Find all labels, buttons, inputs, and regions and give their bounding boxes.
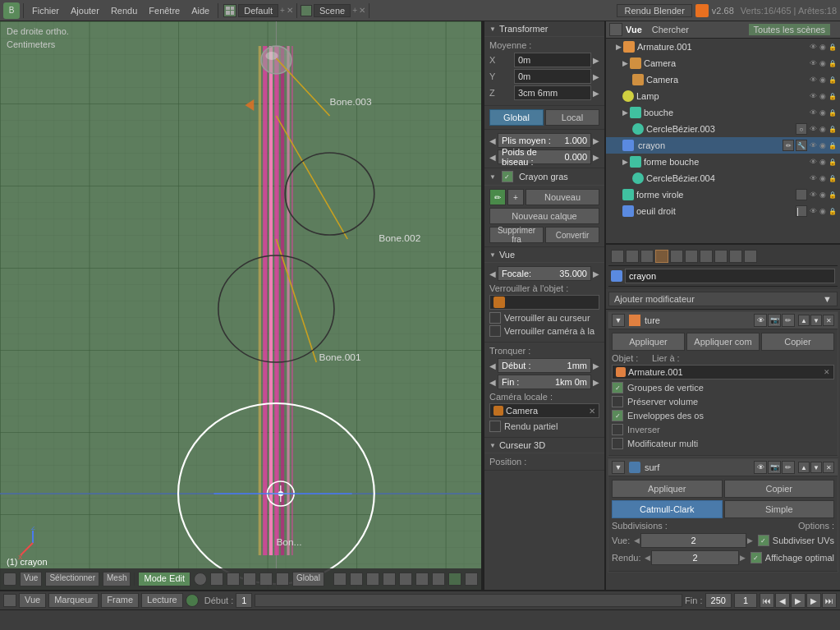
- forme-virole-eye[interactable]: 👁: [810, 191, 817, 199]
- bouche-lock[interactable]: 🔒: [829, 109, 837, 117]
- timeline-icon[interactable]: [3, 594, 16, 607]
- prev-frame-btn[interactable]: ◀: [775, 593, 790, 608]
- prop-icon-particles[interactable]: [729, 250, 742, 263]
- vp-icon-11[interactable]: [399, 573, 412, 586]
- outliner-item-lamp[interactable]: Lamp 👁 ◉ 🔒: [606, 88, 840, 104]
- camera-lock-icon[interactable]: 🔒: [829, 60, 837, 67]
- y-value[interactable]: 0m: [514, 69, 591, 84]
- curseur-triangle[interactable]: ▼: [489, 442, 496, 449]
- timeline-frame-btn[interactable]: Frame: [101, 593, 139, 608]
- verrouiller-curseur-checkbox[interactable]: [489, 312, 501, 324]
- vp-icon-5[interactable]: [259, 573, 273, 586]
- camera-child-render[interactable]: ◉: [819, 76, 826, 84]
- next-frame-btn[interactable]: ▶: [806, 593, 821, 608]
- outliner-item-forme-bouche[interactable]: ▶ forme bouche 👁 ◉ 🔒: [606, 154, 840, 170]
- mod-down-btn[interactable]: ▼: [810, 315, 822, 326]
- timeline-lecture-btn[interactable]: Lecture: [141, 593, 183, 608]
- mod-edit-btn[interactable]: ✏: [782, 314, 795, 327]
- oeuil-eye[interactable]: 👁: [810, 207, 817, 215]
- scene-x[interactable]: ✕: [359, 6, 365, 15]
- verrouiller-camera-checkbox[interactable]: [489, 325, 501, 337]
- focale-field[interactable]: Focale: 35.000: [498, 266, 591, 281]
- mod-up-btn[interactable]: ▲: [798, 315, 810, 326]
- biseau-field[interactable]: Poids de biseau : 0.000: [498, 149, 591, 164]
- outliner-vue-btn[interactable]: Vue: [626, 25, 642, 34]
- vp-global-btn[interactable]: Global: [292, 572, 324, 586]
- fin-timeline-value[interactable]: 250: [705, 593, 732, 608]
- play-btn[interactable]: ▶: [791, 593, 806, 608]
- forme-virole-extra[interactable]: [796, 189, 807, 200]
- subsurf-down-btn[interactable]: ▼: [810, 462, 822, 473]
- rendu-sub-value[interactable]: 2: [651, 550, 738, 565]
- vp-icon-10[interactable]: [383, 573, 396, 586]
- mod-arrow[interactable]: ▼: [612, 314, 625, 327]
- vp-icon-14[interactable]: [448, 573, 461, 586]
- vp-icon-4[interactable]: [243, 573, 256, 586]
- oeuil-extra[interactable]: |: [796, 205, 807, 217]
- menu-fenetre[interactable]: Fenêtre: [144, 4, 185, 17]
- oeuil-render[interactable]: ◉: [819, 207, 826, 215]
- nouveau-btn[interactable]: Nouveau: [526, 189, 599, 205]
- mod-eye-btn[interactable]: 👁: [754, 314, 767, 327]
- cercle003-extra[interactable]: ○: [796, 123, 807, 135]
- outliner-item-cerclebezier003[interactable]: CercleBézier.003 ○ 👁 ◉ 🔒: [606, 121, 840, 137]
- copy-mod-btn[interactable]: Copier: [761, 333, 834, 351]
- mod-camera-btn[interactable]: 📷: [768, 314, 781, 327]
- armature-value-field[interactable]: Armature.001 ✕: [612, 365, 834, 379]
- subsurf-edit-btn[interactable]: ✏: [782, 461, 795, 474]
- oeuil-lock[interactable]: 🔒: [829, 208, 837, 215]
- debut-field[interactable]: Début : 1mm: [498, 358, 591, 373]
- groupes-checkbox[interactable]: ✓: [612, 382, 623, 393]
- camera-x-btn[interactable]: ✕: [589, 407, 595, 416]
- catmull-btn[interactable]: Catmull-Clark: [612, 500, 723, 518]
- prop-icon-physics[interactable]: [744, 250, 757, 263]
- prop-icon-material[interactable]: [714, 250, 728, 263]
- x-value[interactable]: 0m: [514, 53, 591, 67]
- crayon-eye[interactable]: 👁: [810, 141, 817, 149]
- cercle004-eye[interactable]: 👁: [810, 174, 817, 182]
- layout-x[interactable]: ✕: [287, 6, 293, 15]
- current-frame-value[interactable]: 1: [734, 593, 757, 608]
- vp-select-btn[interactable]: Sélectionner: [45, 572, 99, 586]
- outliner-item-armature001[interactable]: ▶ Armature.001 👁 ◉ 🔒: [606, 39, 840, 55]
- crayon-extra-1[interactable]: ✏: [783, 140, 794, 151]
- blender-logo-icon[interactable]: B: [3, 2, 20, 19]
- nouveau-calque-btn[interactable]: Nouveau calque: [489, 208, 599, 224]
- outliner-item-crayon[interactable]: crayon ✏ 🔧 👁 ◉ 🔒: [606, 137, 840, 154]
- subsurf-copy-btn[interactable]: Copier: [724, 480, 835, 498]
- scene-name[interactable]: Scene: [314, 4, 351, 17]
- vue-sub-value[interactable]: 2: [640, 533, 746, 548]
- vp-vue-btn[interactable]: Vue: [20, 572, 42, 586]
- inverser-checkbox[interactable]: [612, 424, 623, 435]
- vp-icon-btn[interactable]: [3, 573, 16, 586]
- prop-icon-modifiers[interactable]: [685, 250, 698, 263]
- z-value[interactable]: 3cm 6mm: [514, 85, 591, 100]
- lecture-circle-btn[interactable]: [186, 594, 199, 607]
- affichage-optimal-checkbox[interactable]: ✓: [750, 552, 762, 563]
- lamp-lock[interactable]: 🔒: [829, 93, 837, 100]
- outliner-item-bouche[interactable]: ▶ bouche 👁 ◉ 🔒: [606, 104, 840, 121]
- prop-icon-constraints[interactable]: [670, 250, 683, 263]
- vp-icon-2[interactable]: [210, 573, 223, 586]
- layout-plus[interactable]: +: [280, 6, 285, 15]
- forme-virole-lock[interactable]: 🔒: [829, 191, 837, 199]
- outliner-item-cerclebezier004[interactable]: CercleBézier.004 👁 ◉ 🔒: [606, 170, 840, 186]
- pencil-icon-btn[interactable]: ✏: [489, 189, 506, 205]
- menu-ajouter[interactable]: Ajouter: [66, 4, 104, 17]
- vp-icon-15[interactable]: [465, 573, 478, 586]
- subdiviser-uvs-checkbox[interactable]: ✓: [758, 535, 769, 546]
- crayon-gras-checkbox[interactable]: ✓: [502, 171, 513, 182]
- modificateur-multi-checkbox[interactable]: [612, 438, 623, 449]
- cercle004-render[interactable]: ◉: [819, 174, 826, 182]
- timeline-vue-btn[interactable]: Vue: [19, 593, 46, 608]
- plis-field[interactable]: Plis moyen : 1.000: [498, 133, 591, 148]
- subsurf-arrow[interactable]: ▼: [612, 461, 625, 474]
- simple-btn[interactable]: Simple: [724, 500, 835, 518]
- prop-icon-object[interactable]: [655, 250, 668, 263]
- lamp-render[interactable]: ◉: [819, 92, 826, 100]
- outliner-item-oeuil-droit[interactable]: oeuil droit | 👁 ◉ 🔒: [606, 203, 840, 219]
- supprimer-btn[interactable]: Supprimer fra: [489, 227, 544, 243]
- ajouter-modificateur-btn[interactable]: Ajouter modificateur ▼: [608, 292, 838, 306]
- outliner-item-camera-parent[interactable]: ▶ Camera 👁 ◉ 🔒: [606, 55, 840, 71]
- camera-child-lock[interactable]: 🔒: [829, 76, 837, 84]
